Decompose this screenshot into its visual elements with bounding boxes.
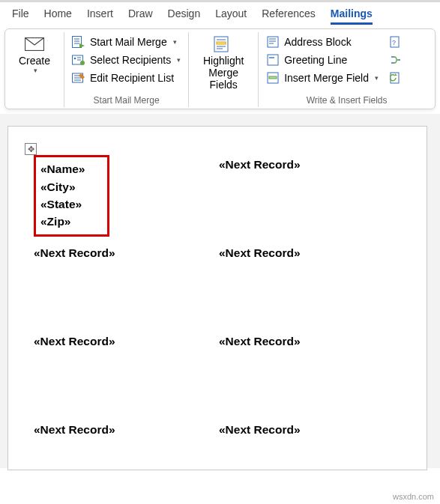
tab-mailings[interactable]: Mailings [323, 4, 380, 24]
svg-rect-16 [217, 42, 226, 44]
insert-merge-field-icon [266, 71, 280, 85]
highlight-icon [213, 35, 234, 53]
mail-merge-icon [72, 35, 85, 49]
group-write-insert-label: Write & Insert Fields [263, 94, 430, 107]
svg-text:?: ? [392, 39, 396, 46]
menu-tabs: File Home Insert Draw Design Layout Refe… [0, 0, 440, 24]
recipients-icon [72, 53, 85, 67]
create-label: Create [19, 55, 50, 67]
start-mail-merge-button[interactable]: Start Mail Merge ▾ [69, 34, 184, 50]
insert-merge-field-button[interactable]: Insert Merge Field ▾ [263, 70, 382, 86]
group-start-mail-merge: Start Mail Merge ▾ Select Recipients ▾ [64, 32, 189, 107]
document-page[interactable]: ✥ «Name» «City» «State» «Zip» «Next Reco… [7, 126, 427, 470]
create-button[interactable]: Create ▾ [10, 32, 59, 77]
insert-merge-field-label: Insert Merge Field [284, 72, 369, 84]
group-create: Create ▾ [5, 32, 64, 107]
greeting-line-label: Greeting Line [284, 54, 347, 66]
group-start-merge-label: Start Mail Merge [69, 94, 184, 107]
label-cell-8[interactable]: «Next Record» [219, 420, 404, 504]
svg-rect-26 [269, 76, 277, 79]
rules-icon: ? [389, 35, 403, 49]
tab-draw[interactable]: Draw [121, 4, 160, 24]
edit-list-icon [72, 71, 85, 85]
highlight-merge-fields-button[interactable]: Highlight Merge Fields [193, 32, 253, 94]
tab-layout[interactable]: Layout [208, 4, 254, 24]
address-block-label: Address Block [284, 36, 351, 48]
label-cell-1[interactable]: «Name» «City» «State» «Zip» [34, 155, 219, 243]
select-recipients-button[interactable]: Select Recipients ▾ [69, 52, 184, 68]
tab-insert[interactable]: Insert [79, 4, 121, 24]
highlight-label-2: Merge Fields [195, 67, 252, 91]
group-write-insert: Address Block Greeting Line Insert Merge… [259, 32, 435, 107]
envelope-icon [24, 35, 45, 53]
next-record-field: «Next Record» [219, 335, 301, 347]
update-labels-button[interactable] [386, 70, 406, 86]
label-cell-2[interactable]: «Next Record» [219, 155, 404, 243]
document-area: ✥ «Name» «City» «State» «Zip» «Next Reco… [0, 114, 440, 468]
greeting-line-icon [266, 53, 280, 67]
greeting-line-button[interactable]: Greeting Line [263, 52, 382, 68]
label-cell-3[interactable]: «Next Record» [34, 243, 219, 332]
address-block-button[interactable]: Address Block [263, 34, 382, 50]
next-record-field: «Next Record» [219, 158, 301, 171]
update-labels-icon [389, 71, 403, 85]
start-mail-merge-label: Start Mail Merge [90, 36, 167, 48]
next-record-field: «Next Record» [34, 423, 115, 436]
highlight-label-1: Highlight [203, 55, 244, 67]
next-record-field: «Next Record» [219, 423, 301, 436]
edit-recipient-list-button[interactable]: Edit Recipient List [69, 70, 184, 86]
chevron-down-icon: ▾ [34, 67, 37, 74]
labels-grid: «Name» «City» «State» «Zip» «Next Record… [8, 149, 427, 504]
tab-references[interactable]: References [254, 4, 323, 24]
label-cell-4[interactable]: «Next Record» [219, 243, 404, 332]
next-record-field: «Next Record» [219, 246, 301, 259]
match-fields-button[interactable] [386, 52, 406, 68]
merge-field-name: «Name» [40, 160, 85, 177]
rules-button[interactable]: ? [386, 34, 406, 50]
svg-point-6 [74, 58, 76, 60]
tab-design[interactable]: Design [160, 4, 208, 24]
watermark: wsxdn.com [393, 492, 434, 501]
chevron-down-icon: ▾ [173, 38, 177, 46]
next-record-field: «Next Record» [34, 335, 115, 347]
table-move-handle[interactable]: ✥ [25, 143, 37, 155]
tab-home[interactable]: Home [37, 4, 79, 24]
svg-point-9 [80, 61, 85, 65]
highlighted-fields-box: «Name» «City» «State» «Zip» [34, 155, 109, 237]
svg-rect-19 [268, 37, 278, 47]
group-highlight-label [193, 94, 253, 107]
label-cell-6[interactable]: «Next Record» [219, 332, 404, 420]
group-highlight: Highlight Merge Fields [189, 32, 259, 107]
match-fields-icon [389, 53, 403, 67]
label-cell-7[interactable]: «Next Record» [34, 420, 219, 504]
group-create-label [10, 94, 59, 107]
chevron-down-icon: ▾ [177, 56, 181, 64]
address-block-icon [266, 35, 280, 49]
merge-field-zip: «Zip» [40, 213, 85, 230]
tab-file[interactable]: File [4, 4, 37, 24]
edit-recipient-list-label: Edit Recipient List [90, 72, 174, 84]
svg-rect-23 [268, 55, 278, 65]
merge-field-state: «State» [40, 195, 85, 213]
label-cell-5[interactable]: «Next Record» [34, 332, 219, 420]
merge-field-city: «City» [40, 178, 85, 195]
ribbon-container: Create ▾ Start Mail Merge ▾ [0, 24, 440, 114]
chevron-down-icon: ▾ [375, 74, 379, 82]
ribbon: Create ▾ Start Mail Merge ▾ [4, 28, 436, 109]
next-record-field: «Next Record» [34, 246, 115, 259]
select-recipients-label: Select Recipients [90, 54, 171, 66]
